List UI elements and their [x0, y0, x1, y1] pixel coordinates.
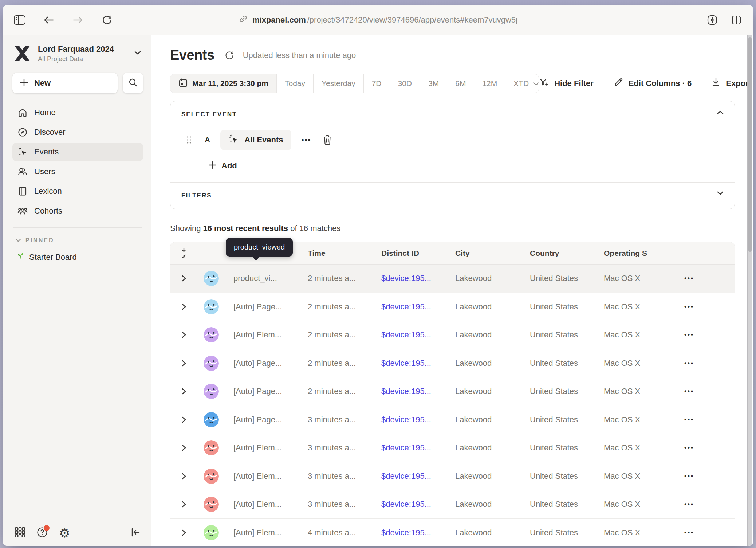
row-expand-chevron-icon[interactable] — [181, 303, 187, 311]
sidebar-item-home[interactable]: Home — [12, 103, 143, 122]
table-row[interactable]: [Auto] Elem... 3 minutes a... $device:19… — [170, 490, 735, 519]
row-expand-chevron-icon[interactable] — [181, 416, 187, 424]
url-bar[interactable]: mixpanel.com/project/3472420/view/397469… — [239, 14, 517, 26]
back-icon[interactable] — [42, 13, 56, 27]
row-expand-chevron-icon[interactable] — [181, 387, 187, 395]
row-more-menu[interactable]: ••• — [684, 360, 694, 367]
range-segment-6m[interactable]: 6M — [447, 74, 474, 93]
scrollbar-thumb[interactable] — [748, 37, 752, 252]
browser-window: mixpanel.com/project/3472420/view/397469… — [3, 5, 753, 546]
row-more-menu[interactable]: ••• — [684, 529, 694, 536]
row-expand-chevron-icon[interactable] — [181, 444, 187, 452]
column-header-os[interactable]: Operating S — [604, 249, 667, 258]
range-segment-xtd[interactable]: XTD — [505, 74, 539, 93]
chevron-down-icon[interactable] — [716, 191, 724, 197]
reload-icon[interactable] — [100, 13, 114, 27]
row-expand-chevron-icon[interactable] — [181, 529, 187, 537]
table-row[interactable]: [Auto] Page... 2 minutes a... $device:19… — [170, 293, 735, 321]
cell-distinct-id-link[interactable]: $device:195... — [381, 471, 455, 481]
help-button[interactable] — [36, 527, 48, 540]
range-segment-7d[interactable]: 7D — [363, 74, 390, 93]
collapse-all-icon[interactable] — [170, 248, 197, 259]
range-segment-12m[interactable]: 12M — [474, 74, 505, 93]
range-segment-30d[interactable]: 30D — [390, 74, 420, 93]
hide-filter-button[interactable]: Hide Filter — [539, 77, 594, 90]
cell-country: United States — [530, 359, 604, 368]
row-expand-chevron-icon[interactable] — [181, 500, 187, 508]
sidebar-item-starter-board[interactable]: Starter Board — [12, 252, 143, 263]
forward-icon[interactable] — [71, 13, 85, 27]
sidebar-item-users[interactable]: Users — [12, 163, 143, 181]
date-picker-button[interactable]: Mar 11, 2025 3:30 pm — [170, 74, 276, 93]
table-row[interactable]: [Auto] Elem... 3 minutes a... $device:19… — [170, 462, 735, 491]
row-more-menu[interactable]: ••• — [684, 473, 694, 480]
cell-city: Lakewood — [455, 528, 530, 537]
search-button[interactable] — [123, 73, 143, 93]
event-avatar — [204, 327, 219, 342]
row-expand-chevron-icon[interactable] — [181, 274, 187, 282]
table-row[interactable]: [Auto] Elem... 4 minutes a... $device:19… — [170, 519, 735, 546]
cell-distinct-id-link[interactable]: $device:195... — [381, 274, 455, 283]
chevron-up-icon[interactable] — [716, 110, 724, 117]
refresh-icon[interactable] — [223, 49, 236, 62]
cell-os: Mac OS X — [604, 528, 667, 537]
row-more-menu[interactable]: ••• — [684, 416, 694, 423]
column-header-city[interactable]: City — [455, 249, 530, 258]
trash-icon[interactable] — [322, 134, 332, 145]
table-row[interactable]: product_vi... 2 minutes a... $device:195… — [170, 265, 735, 293]
table-row[interactable]: [Auto] Page... 3 minutes a... $device:19… — [170, 406, 735, 434]
row-more-menu[interactable]: ••• — [684, 303, 694, 310]
gear-icon[interactable]: ⚙ — [59, 527, 70, 539]
table-row[interactable]: [Auto] Page... 2 minutes a... $device:19… — [170, 377, 735, 406]
cell-distinct-id-link[interactable]: $device:195... — [381, 387, 455, 396]
cell-city: Lakewood — [455, 302, 530, 312]
add-event-button[interactable]: Add — [208, 161, 724, 171]
chevron-down-icon — [15, 237, 21, 244]
collapse-sidebar-icon[interactable] — [130, 527, 141, 539]
row-more-menu[interactable]: ••• — [684, 501, 694, 508]
sidebar-item-events[interactable]: Events — [12, 143, 143, 161]
edit-columns-button[interactable]: Edit Columns · 6 — [613, 77, 692, 90]
search-icon — [128, 78, 138, 89]
cell-country: United States — [530, 330, 604, 340]
pinned-section-toggle[interactable]: PINNED — [12, 237, 143, 244]
cell-distinct-id-link[interactable]: $device:195... — [381, 528, 455, 537]
event-more-menu[interactable]: ••• — [302, 136, 311, 144]
range-segment-today[interactable]: Today — [276, 74, 313, 93]
sidebar-item-cohorts[interactable]: Cohorts — [12, 202, 143, 220]
row-more-menu[interactable]: ••• — [684, 331, 694, 338]
range-segment-yesterday[interactable]: Yesterday — [313, 74, 363, 93]
sidebar-item-lexicon[interactable]: Lexicon — [12, 182, 143, 200]
table-row[interactable]: [Auto] Elem... 2 minutes a... $device:19… — [170, 321, 735, 349]
table-row[interactable]: [Auto] Page... 2 minutes a... $device:19… — [170, 349, 735, 378]
row-more-menu[interactable]: ••• — [684, 275, 694, 282]
row-more-menu[interactable]: ••• — [684, 444, 694, 451]
table-row[interactable]: [Auto] Elem... 3 minutes a... $device:19… — [170, 434, 735, 462]
page-settings-icon[interactable] — [705, 13, 720, 27]
row-expand-chevron-icon[interactable] — [181, 331, 187, 339]
cell-distinct-id-link[interactable]: $device:195... — [381, 302, 455, 312]
drag-handle-icon[interactable] — [186, 136, 192, 144]
cell-distinct-id-link[interactable]: $device:195... — [381, 443, 455, 453]
cell-distinct-id-link[interactable]: $device:195... — [381, 415, 455, 424]
cell-distinct-id-link[interactable]: $device:195... — [381, 359, 455, 368]
sidebar-toggle-icon[interactable] — [12, 13, 27, 27]
cell-distinct-id-link[interactable]: $device:195... — [381, 330, 455, 340]
vertical-scrollbar[interactable] — [747, 35, 752, 546]
row-expand-chevron-icon[interactable] — [181, 359, 187, 367]
event-selector-chip[interactable]: All Events — [220, 130, 291, 150]
range-segment-3m[interactable]: 3M — [420, 74, 447, 93]
cell-distinct-id-link[interactable]: $device:195... — [381, 500, 455, 509]
row-more-menu[interactable]: ••• — [684, 388, 694, 395]
row-expand-chevron-icon[interactable] — [181, 472, 187, 480]
column-header-country[interactable]: Country — [530, 249, 604, 258]
new-button[interactable]: New — [12, 73, 118, 93]
filters-section[interactable]: FILTERS — [170, 182, 735, 209]
export-button[interactable]: Export — [711, 77, 751, 90]
column-header-distinct-id[interactable]: Distinct ID — [381, 249, 455, 258]
project-switcher[interactable]: Lord Farquaad 2024 All Project Data — [12, 44, 143, 63]
sidebar-item-discover[interactable]: Discover — [12, 123, 143, 141]
split-view-icon[interactable] — [729, 13, 744, 27]
apps-grid-icon[interactable] — [15, 527, 25, 539]
column-header-time[interactable]: Time — [308, 249, 381, 258]
